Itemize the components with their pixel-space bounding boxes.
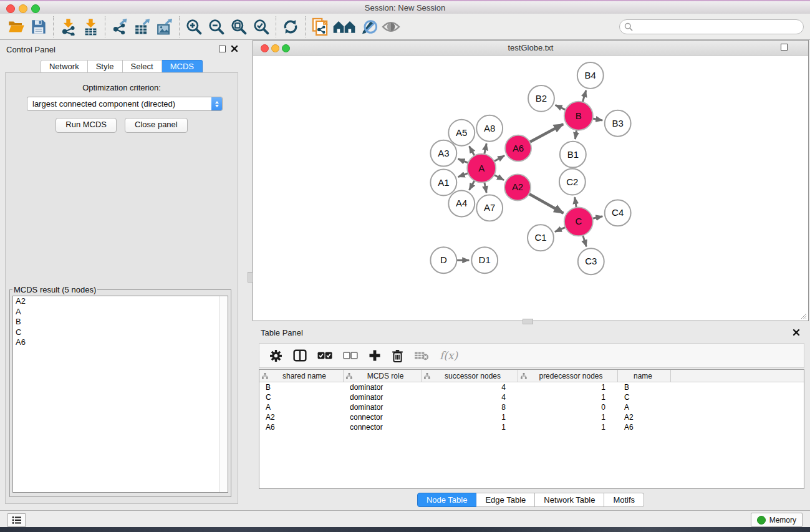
create-column-plus-icon[interactable] (369, 349, 381, 362)
clone-network-button[interactable] (309, 16, 331, 37)
mcds-result-item[interactable]: A (13, 307, 228, 317)
column-header-shared-name[interactable]: shared name (259, 370, 344, 382)
memory-button[interactable]: Memory (751, 513, 803, 527)
zoom-in-button[interactable] (183, 16, 205, 37)
table-close-icon[interactable] (793, 329, 800, 336)
table-row[interactable]: Cdominator41C (259, 392, 804, 402)
table-row[interactable]: A6connector11A6 (259, 422, 804, 432)
mcds-result-item[interactable]: B (13, 317, 228, 327)
table-settings-gear-icon[interactable] (269, 349, 282, 362)
zoom-fit-button[interactable] (228, 16, 250, 37)
table-cell[interactable]: 1 (518, 382, 618, 392)
save-session-button[interactable] (27, 16, 50, 37)
unselect-all-columns-icon[interactable] (343, 351, 358, 360)
table-cell[interactable]: A (259, 402, 344, 412)
search-input[interactable] (635, 22, 803, 32)
table-cell[interactable]: B (259, 382, 344, 392)
column-header-mcds-role[interactable]: MCDS role (344, 370, 422, 382)
table-cell[interactable]: 4 (422, 382, 518, 392)
table-cell[interactable]: dominator (344, 392, 422, 402)
column-header-name[interactable]: name (618, 370, 671, 382)
tab-motifs[interactable]: Motifs (604, 493, 644, 507)
table-row[interactable]: Bdominator41B (259, 382, 804, 392)
network-canvas[interactable]: B4B2BB3A8A5A6A3B1AC2A1A2A4A7C4CC1DD1C3 (253, 56, 808, 321)
graph-node-B1[interactable]: B1 (560, 142, 586, 168)
graph-node-B4[interactable]: B4 (577, 62, 604, 89)
close-panel-button[interactable]: Close panel (125, 118, 188, 133)
table-cell[interactable]: 1 (518, 422, 618, 432)
show-columns-icon[interactable] (293, 349, 307, 362)
table-cell[interactable]: dominator (344, 382, 422, 392)
table-cell[interactable]: 0 (518, 402, 618, 412)
table-cell[interactable]: B (618, 382, 671, 392)
tab-node-table[interactable]: Node Table (417, 493, 477, 507)
export-network-button[interactable] (108, 16, 131, 37)
tab-network[interactable]: Network (41, 60, 88, 74)
graph-node-B2[interactable]: B2 (528, 85, 554, 112)
graph-node-B[interactable]: B (564, 102, 593, 130)
column-header-predecessor-nodes[interactable]: predecessor nodes (518, 370, 618, 382)
table-cell[interactable]: C (618, 392, 671, 402)
table-cell[interactable]: A2 (259, 412, 344, 422)
graph-node-A8[interactable]: A8 (476, 115, 503, 142)
table-cell[interactable]: A (618, 402, 671, 412)
export-table-button[interactable] (131, 16, 153, 37)
task-history-button[interactable] (7, 513, 26, 527)
run-mcds-button[interactable]: Run MCDS (55, 118, 117, 133)
graph-node-C4[interactable]: C4 (605, 200, 631, 226)
graph-node-A5[interactable]: A5 (448, 120, 475, 146)
delete-column-trash-icon[interactable] (392, 349, 403, 362)
home-browser-button[interactable] (331, 16, 357, 37)
result-list-scrollbar[interactable] (219, 296, 228, 492)
table-cell[interactable]: 1 (518, 392, 618, 402)
graph-node-A3[interactable]: A3 (430, 140, 456, 167)
tab-edge-table[interactable]: Edge Table (476, 493, 535, 507)
graph-node-D[interactable]: D (430, 247, 456, 273)
graph-node-A4[interactable]: A4 (448, 190, 475, 216)
graph-node-A6[interactable]: A6 (505, 135, 531, 162)
mcds-result-item[interactable]: C (13, 327, 228, 338)
table-float-icon[interactable] (781, 44, 788, 51)
table-cell[interactable]: A2 (618, 412, 671, 422)
import-table-button[interactable] (79, 16, 102, 37)
split-pane-handle-vertical[interactable] (248, 272, 253, 283)
tab-mcds[interactable]: MCDS (162, 60, 203, 74)
graph-node-C2[interactable]: C2 (559, 169, 586, 195)
refresh-layout-button[interactable] (279, 16, 302, 37)
table-cell[interactable]: 1 (422, 412, 518, 422)
mcds-result-item[interactable]: A2 (13, 296, 228, 307)
table-cell[interactable]: dominator (344, 402, 422, 412)
table-cell[interactable]: 1 (518, 412, 618, 422)
mcds-result-item[interactable]: A6 (13, 337, 228, 348)
table-cell[interactable]: 8 (422, 402, 518, 412)
import-network-button[interactable] (57, 16, 79, 37)
graph-node-A7[interactable]: A7 (476, 195, 503, 221)
column-header-successor-nodes[interactable]: successor nodes (422, 370, 518, 382)
table-cell[interactable]: C (259, 392, 344, 402)
function-builder-fx-icon[interactable]: f(x) (440, 349, 458, 362)
zoom-out-button[interactable] (205, 16, 228, 37)
select-all-columns-icon[interactable] (317, 351, 332, 360)
open-session-button[interactable] (5, 16, 27, 37)
export-image-button[interactable] (153, 16, 176, 37)
hide-labels-button[interactable] (357, 16, 380, 37)
graph-node-B3[interactable]: B3 (605, 110, 631, 137)
table-cell[interactable]: connector (344, 412, 422, 422)
graph-node-A2[interactable]: A2 (504, 175, 531, 201)
table-row[interactable]: A2connector11A2 (259, 412, 804, 422)
graph-node-A[interactable]: A (467, 154, 496, 183)
resize-grip-icon[interactable] (799, 312, 807, 319)
float-panel-icon[interactable] (219, 46, 226, 52)
tab-select[interactable]: Select (123, 60, 162, 74)
graph-node-C[interactable]: C (564, 207, 593, 236)
graph-node-C1[interactable]: C1 (528, 225, 554, 251)
zoom-selected-button[interactable] (250, 16, 272, 37)
delete-table-icon[interactable] (414, 351, 429, 360)
graph-node-A1[interactable]: A1 (430, 170, 456, 196)
tab-style[interactable]: Style (88, 60, 123, 74)
table-cell[interactable]: connector (344, 422, 422, 432)
graph-node-C3[interactable]: C3 (578, 248, 604, 274)
show-graphics-details-button[interactable] (380, 16, 402, 37)
close-panel-icon[interactable] (231, 45, 238, 52)
table-row[interactable]: Adominator80A (259, 402, 804, 412)
